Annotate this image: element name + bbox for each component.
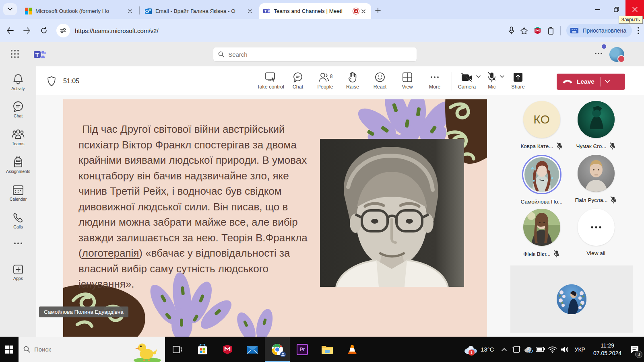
teams-search-input[interactable] <box>228 51 412 58</box>
action-center-button[interactable]: 3 <box>625 337 644 362</box>
user-avatar[interactable] <box>609 47 624 62</box>
bookmark-star-icon[interactable] <box>520 27 528 35</box>
share-button[interactable]: Share <box>505 70 531 90</box>
address-bar-url[interactable]: https://teams.microsoft.com/v2/ <box>75 27 159 34</box>
taskbar-search-box[interactable] <box>19 337 165 362</box>
take-control-button[interactable]: Take control <box>257 70 284 90</box>
extension-status-label: Приостановлена <box>582 27 626 34</box>
new-tab-button[interactable] <box>372 5 384 16</box>
tab-close-icon[interactable] <box>360 8 367 15</box>
chat-bubble-icon <box>12 101 24 112</box>
sidebar-more-button[interactable] <box>0 243 36 244</box>
participant-tile[interactable]: КО Ковра Кате... <box>514 101 569 150</box>
sidebar-item-calls[interactable]: Calls <box>0 212 36 229</box>
teams-people-icon <box>12 129 25 140</box>
clock-time: 11:29 <box>593 342 621 350</box>
extension-status-chip[interactable]: Приостановлена <box>566 24 632 37</box>
tray-tablet-icon[interactable] <box>510 337 522 362</box>
mcafee-button[interactable] <box>215 337 240 362</box>
take-control-icon <box>265 72 276 82</box>
tab-search-button[interactable] <box>3 3 17 15</box>
view-all-tile[interactable]: View all <box>569 209 623 256</box>
chat-button[interactable]: Chat <box>284 70 312 90</box>
calendar-icon <box>12 184 24 195</box>
sidebar-item-apps[interactable]: Apps <box>0 264 36 281</box>
sidebar-item-activity[interactable]: Activity <box>0 74 36 91</box>
voice-search-icon[interactable] <box>508 27 514 35</box>
view-all-button[interactable] <box>578 209 615 246</box>
leave-button[interactable]: Leave <box>557 74 625 90</box>
raise-hand-button[interactable]: Raise <box>339 70 366 90</box>
site-info-button[interactable] <box>56 24 70 37</box>
view-button[interactable]: View <box>394 70 421 90</box>
backpack-icon <box>13 156 23 168</box>
forward-button[interactable] <box>20 24 34 37</box>
camera-options-chevron-icon[interactable] <box>476 75 481 78</box>
teams-more-options-icon[interactable] <box>595 53 602 54</box>
sidebar-item-teams[interactable]: Teams <box>0 129 36 146</box>
react-button[interactable]: React <box>366 70 394 90</box>
teams-logo-icon[interactable] <box>34 49 46 60</box>
recording-indicator-icon <box>353 8 359 14</box>
extension-icon[interactable] <box>547 27 555 35</box>
tab-close-icon[interactable] <box>126 8 134 15</box>
teams-search-box[interactable] <box>213 47 417 61</box>
phone-icon <box>12 212 24 223</box>
store-icon <box>197 344 208 355</box>
browser-tab-outlook[interactable]: Microsoft Outlook (formerly Ho <box>21 3 138 19</box>
tray-battery-icon[interactable] <box>535 337 547 362</box>
participant-name: Чумак Єго... <box>576 143 606 149</box>
vlc-button[interactable] <box>340 337 365 362</box>
more-button[interactable]: More <box>421 70 448 90</box>
tray-onedrive-icon[interactable] <box>522 337 535 362</box>
tray-volume-icon[interactable] <box>559 337 571 362</box>
mail-button[interactable] <box>240 337 265 362</box>
mic-muted-icon <box>553 250 560 257</box>
forward-arrow-icon <box>23 27 31 34</box>
browser-tab-email[interactable]: Email - Врайт Галина Яківна - О <box>141 3 258 19</box>
reload-button[interactable] <box>37 24 51 37</box>
local-video-tile[interactable] <box>510 265 633 333</box>
tune-icon <box>60 28 66 33</box>
outlook-icon <box>145 8 152 15</box>
weather-widget[interactable]: 1 13°C <box>460 345 498 354</box>
premiere-icon: Pr <box>297 344 308 355</box>
tab-title: Email - Врайт Галина Яківна - О <box>155 8 243 14</box>
sidebar-item-chat[interactable]: Chat <box>0 101 36 118</box>
premiere-button[interactable]: Pr <box>290 337 315 362</box>
sidebar-item-calendar[interactable]: Calendar <box>0 184 36 202</box>
participant-tile[interactable]: Чумак Єго... <box>569 101 623 150</box>
browser-menu-icon[interactable] <box>638 27 639 34</box>
app-launcher-icon[interactable] <box>10 49 19 58</box>
mic-options-chevron-icon[interactable] <box>500 75 504 78</box>
notification-count-badge: 3 <box>635 351 642 358</box>
camera-button[interactable]: Camera <box>455 70 479 90</box>
browser-tab-teams-active[interactable]: Teams and Channels | Meeti <box>259 3 371 19</box>
participant-tile-speaking[interactable]: Самойлова По... <box>514 155 569 205</box>
window-minimize-button[interactable] <box>588 0 607 19</box>
logotherapy-link[interactable]: логотерапія <box>82 247 139 259</box>
tray-expand-button[interactable] <box>498 337 510 362</box>
chrome-button-active[interactable] <box>265 337 290 362</box>
microsoft-store-button[interactable] <box>190 337 215 362</box>
participant-tile[interactable]: Паіл Русла... <box>569 155 623 204</box>
tray-wifi-icon[interactable] <box>547 337 559 362</box>
mcafee-extension-icon[interactable] <box>534 27 541 35</box>
leave-options-button[interactable] <box>601 80 614 83</box>
more-dots-icon <box>431 76 439 78</box>
taskbar-search-input[interactable] <box>34 346 123 353</box>
clock-widget[interactable]: 11:29 07.05.2024 <box>589 342 625 357</box>
back-button[interactable] <box>3 24 17 37</box>
language-indicator[interactable]: УКР <box>571 346 589 353</box>
sidebar-item-assignments[interactable]: Assignments <box>0 156 36 174</box>
task-view-button[interactable] <box>165 337 190 362</box>
people-button[interactable]: 8 People <box>312 70 339 90</box>
participant-tile[interactable]: Фінік Вікт... <box>514 209 569 257</box>
meeting-timer: 51:05 <box>63 78 79 85</box>
mic-button[interactable]: Mic <box>481 70 502 90</box>
back-arrow-icon <box>6 27 14 34</box>
viktor-frankl-portrait <box>320 139 464 287</box>
tab-close-icon[interactable] <box>246 8 254 15</box>
start-button[interactable] <box>0 337 19 362</box>
file-explorer-button[interactable] <box>315 337 340 362</box>
